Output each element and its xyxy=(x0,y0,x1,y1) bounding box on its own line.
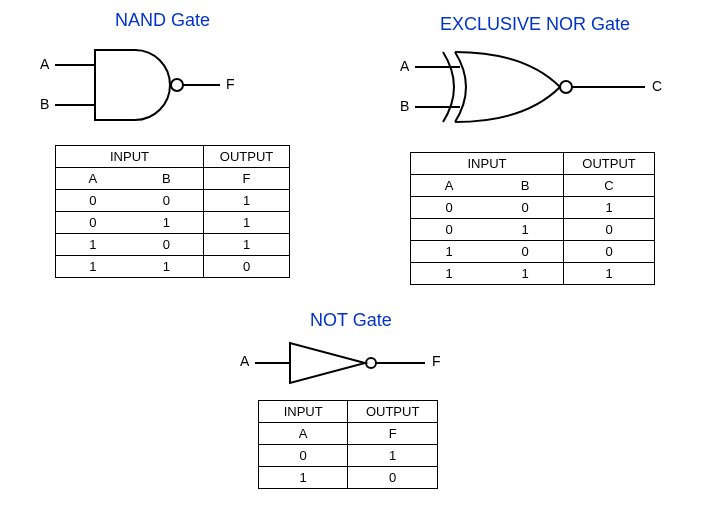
nand-input-header: INPUT xyxy=(56,146,204,168)
xnor-pin-a: A xyxy=(400,58,409,74)
not-gate-symbol xyxy=(255,338,435,388)
xnor-output-header: OUTPUT xyxy=(564,153,655,175)
nand-pin-b: B xyxy=(40,96,49,112)
table-row: 01 xyxy=(259,445,438,467)
svg-point-2 xyxy=(171,79,183,91)
xnor-title: EXCLUSIVE NOR Gate xyxy=(440,14,630,35)
table-row: 10 xyxy=(259,467,438,489)
not-pin-out: F xyxy=(432,353,441,369)
not-output-header: OUTPUT xyxy=(348,401,438,423)
xnor-col-a: A xyxy=(411,175,488,197)
not-col-out: F xyxy=(348,423,438,445)
xnor-col-out: C xyxy=(564,175,655,197)
nand-pin-out: F xyxy=(226,76,235,92)
table-row: 110 xyxy=(56,256,290,278)
not-title: NOT Gate xyxy=(310,310,392,331)
xnor-truth-table: INPUT OUTPUT A B C 001 010 100 111 xyxy=(410,152,655,285)
not-truth-table: INPUT OUTPUT A F 01 10 xyxy=(258,400,438,489)
nand-truth-table: INPUT OUTPUT A B F 001 011 101 110 xyxy=(55,145,290,278)
nand-pin-a: A xyxy=(40,56,49,72)
not-col-a: A xyxy=(259,423,348,445)
nand-gate-symbol xyxy=(55,40,245,130)
svg-point-6 xyxy=(560,81,572,93)
table-row: 010 xyxy=(411,219,655,241)
not-input-header: INPUT xyxy=(259,401,348,423)
nand-col-b: B xyxy=(130,168,204,190)
nand-output-header: OUTPUT xyxy=(204,146,290,168)
table-row: 100 xyxy=(411,241,655,263)
table-row: 101 xyxy=(56,234,290,256)
xnor-input-header: INPUT xyxy=(411,153,564,175)
xnor-pin-b: B xyxy=(400,98,409,114)
not-pin-a: A xyxy=(240,353,249,369)
nand-col-out: F xyxy=(204,168,290,190)
xnor-gate-symbol xyxy=(415,42,660,132)
table-row: 111 xyxy=(411,263,655,285)
table-row: 001 xyxy=(56,190,290,212)
xnor-col-b: B xyxy=(487,175,564,197)
xnor-pin-out: C xyxy=(652,78,662,94)
table-row: 001 xyxy=(411,197,655,219)
nand-col-a: A xyxy=(56,168,130,190)
table-row: 011 xyxy=(56,212,290,234)
nand-title: NAND Gate xyxy=(115,10,210,31)
